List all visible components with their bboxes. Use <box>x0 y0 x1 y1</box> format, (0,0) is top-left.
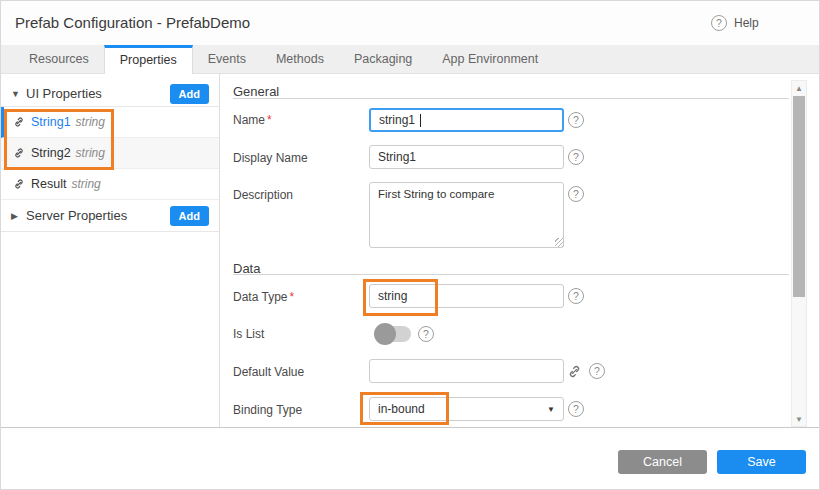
is-list-help-icon[interactable]: ? <box>418 326 434 342</box>
description-help-icon[interactable]: ? <box>568 186 584 202</box>
description-field-label: Description <box>233 188 293 202</box>
add-ui-property-button[interactable]: Add <box>170 84 209 104</box>
display-name-input[interactable] <box>369 145 564 169</box>
help-button[interactable]: ? Help <box>711 15 759 31</box>
binding-type-help-icon[interactable]: ? <box>568 401 584 417</box>
help-label: Help <box>734 16 759 30</box>
toggle-knob <box>374 323 396 345</box>
text-cursor <box>420 114 421 127</box>
scrollbar-thumb[interactable] <box>793 96 805 297</box>
vertical-scrollbar[interactable]: ▲ ▼ <box>791 80 807 427</box>
sidebar-item-result[interactable]: Result string <box>1 169 219 200</box>
footer-divider <box>1 427 820 428</box>
tab-bar: Resources Properties Events Methods Pack… <box>1 45 819 74</box>
data-type-field-label: Data Type* <box>233 290 294 304</box>
bind-link-icon <box>13 116 25 128</box>
page-title: Prefab Configuration - PrefabDemo <box>15 14 250 31</box>
required-marker: * <box>267 113 272 127</box>
default-value-input[interactable] <box>369 359 564 383</box>
resize-grip-icon[interactable] <box>555 238 564 247</box>
tab-properties[interactable]: Properties <box>104 45 193 75</box>
bind-link-icon <box>13 178 25 190</box>
binding-type-value: in-bound <box>378 402 425 416</box>
scroll-up-icon[interactable]: ▲ <box>792 81 806 95</box>
binding-type-field-label: Binding Type <box>233 403 302 417</box>
data-type-help-icon[interactable]: ? <box>568 288 584 304</box>
caret-right-icon: ▶ <box>11 211 24 221</box>
label-text: Name <box>233 113 265 127</box>
property-name: String2 <box>31 146 71 160</box>
tab-packaging[interactable]: Packaging <box>339 45 427 74</box>
display-name-help-icon[interactable]: ? <box>568 149 584 165</box>
tab-app-environment[interactable]: App Environment <box>427 45 553 74</box>
ui-properties-group-header[interactable]: ▼ UI Properties Add <box>1 81 219 107</box>
property-name: Result <box>31 177 66 191</box>
sidebar-item-string2[interactable]: String2 string <box>1 138 219 169</box>
sidebar-item-string1[interactable]: String1 string <box>1 107 219 138</box>
section-general-title: General <box>233 84 279 99</box>
ui-properties-label: UI Properties <box>26 86 170 101</box>
is-list-toggle[interactable] <box>376 326 411 342</box>
properties-sidebar: ▼ UI Properties Add String1 string Strin… <box>1 74 220 428</box>
title-bar: Prefab Configuration - PrefabDemo ? Help <box>1 1 819 45</box>
name-field-label: Name* <box>233 113 272 127</box>
binding-type-select[interactable]: in-bound ▼ <box>369 397 564 421</box>
is-list-field-label: Is List <box>233 327 264 341</box>
display-name-field-label: Display Name <box>233 151 308 165</box>
tab-methods[interactable]: Methods <box>261 45 339 74</box>
label-text: Data Type <box>233 290 287 304</box>
required-marker: * <box>289 290 294 304</box>
add-server-property-button[interactable]: Add <box>170 206 209 226</box>
description-textarea[interactable]: First String to compare <box>369 182 564 248</box>
section-divider <box>233 98 789 99</box>
server-properties-group-header[interactable]: ▶ Server Properties Add <box>1 200 219 232</box>
data-type-input[interactable] <box>369 284 564 308</box>
section-divider <box>233 274 789 275</box>
property-type: string <box>76 146 105 160</box>
default-value-help-icon[interactable]: ? <box>589 363 605 379</box>
property-name: String1 <box>31 115 71 129</box>
name-input[interactable] <box>369 108 564 132</box>
name-help-icon[interactable]: ? <box>568 112 584 128</box>
bind-property-icon[interactable] <box>567 364 582 379</box>
prefab-configuration-dialog: Prefab Configuration - PrefabDemo ? Help… <box>0 0 820 490</box>
tab-resources[interactable]: Resources <box>14 45 104 74</box>
dropdown-arrow-icon: ▼ <box>547 405 555 414</box>
server-properties-label: Server Properties <box>26 208 170 223</box>
default-value-field-label: Default Value <box>233 365 304 379</box>
save-button[interactable]: Save <box>717 450 806 474</box>
property-type: string <box>76 115 105 129</box>
scroll-down-icon[interactable]: ▼ <box>792 412 806 426</box>
tab-events[interactable]: Events <box>193 45 261 74</box>
bind-link-icon <box>13 147 25 159</box>
help-question-icon[interactable]: ? <box>711 15 727 31</box>
cancel-button[interactable]: Cancel <box>618 450 707 474</box>
property-type: string <box>71 177 100 191</box>
caret-down-icon: ▼ <box>11 89 24 99</box>
